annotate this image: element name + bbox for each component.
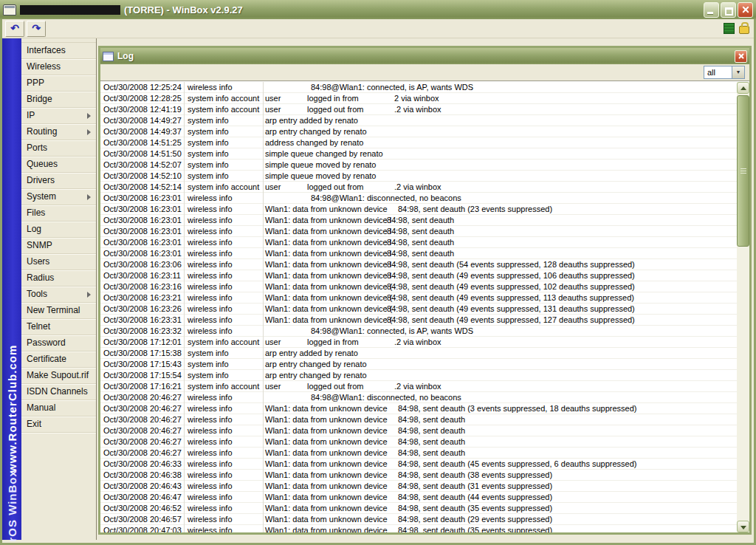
log-row[interactable]: Oct/30/2008 12:41:19system info accountu… [100, 104, 737, 115]
sidebar-item-new-terminal[interactable]: New Terminal [21, 303, 96, 319]
sidebar-item-users[interactable]: Users [21, 254, 96, 270]
log-row[interactable]: Oct/30/2008 16:23:01wireless info84:98@W… [100, 193, 737, 204]
log-row[interactable]: Oct/30/2008 16:23:01wireless infoWlan1: … [100, 226, 737, 237]
log-row[interactable]: Oct/30/2008 16:23:31wireless infoWlan1: … [100, 315, 737, 326]
log-row[interactable]: Oct/30/2008 16:23:32wireless info84:98@W… [100, 326, 737, 337]
sidebar-item-routing[interactable]: Routing [21, 124, 96, 140]
log-row[interactable]: Oct/30/2008 14:52:07system infosimple qu… [100, 160, 737, 171]
log-row[interactable]: Oct/30/2008 14:52:14system info accountu… [100, 182, 737, 193]
log-row[interactable]: Oct/30/2008 20:46:52wireless infoWlan1: … [100, 503, 737, 514]
log-topics-cell: wireless info [185, 315, 264, 326]
log-row[interactable]: Oct/30/2008 20:46:27wireless infoWlan1: … [100, 436, 737, 448]
sidebar-item-snmp[interactable]: SNMP [21, 238, 96, 254]
log-row[interactable]: Oct/30/2008 20:46:27wireless infoWlan1: … [100, 425, 737, 436]
log-window-title: Log [117, 51, 735, 61]
log-message-part: logged out from [307, 104, 363, 115]
restore-button[interactable] [721, 2, 736, 18]
minimize-button[interactable] [704, 2, 719, 18]
log-row[interactable]: Oct/30/2008 12:28:25system info accountu… [100, 93, 737, 104]
log-row[interactable]: Oct/30/2008 16:23:21wireless infoWlan1: … [100, 292, 737, 304]
log-message-part: Wlan1: data from unknown device ( [265, 315, 392, 326]
log-row[interactable]: Oct/30/2008 20:46:33wireless infoWlan1: … [100, 459, 737, 470]
log-row[interactable]: Oct/30/2008 20:46:43wireless infoWlan1: … [100, 481, 737, 492]
sidebar-item-ports[interactable]: Ports [21, 140, 96, 157]
log-time-cell: Oct/30/2008 16:23:32 [100, 326, 185, 337]
submenu-arrow-icon [87, 113, 91, 119]
undo-icon: ↶ [10, 22, 19, 34]
log-scrollbar[interactable] [737, 82, 749, 532]
log-row[interactable]: Oct/30/2008 16:23:01wireless infoWlan1: … [100, 248, 737, 259]
log-row[interactable]: Oct/30/2008 20:46:38wireless infoWlan1: … [100, 470, 737, 481]
sidebar-item-label: Drivers [27, 175, 55, 185]
scrollbar-thumb[interactable] [737, 95, 749, 247]
redo-button[interactable]: ↷ [27, 21, 46, 37]
dropdown-button[interactable]: ▼ [732, 66, 744, 78]
log-row[interactable]: Oct/30/2008 16:23:01wireless infoWlan1: … [100, 215, 737, 226]
sidebar-item-queues[interactable]: Queues [21, 157, 96, 173]
sidebar-item-wireless[interactable]: Wireless [21, 59, 96, 75]
scroll-up-button[interactable] [737, 82, 749, 94]
sidebar-item-isdn-channels[interactable]: ISDN Channels [21, 384, 96, 400]
log-row[interactable]: Oct/30/2008 17:15:43system infoarp entry… [100, 359, 737, 370]
log-message-cell: simple queue changed by renato [264, 148, 737, 160]
sidebar-item-ip[interactable]: IP [21, 108, 96, 124]
log-row[interactable]: Oct/30/2008 20:46:47wireless infoWlan1: … [100, 492, 737, 503]
log-time-cell: Oct/30/2008 14:51:50 [100, 148, 185, 160]
sidebar-item-bridge[interactable]: Bridge [21, 92, 96, 108]
log-time-cell: Oct/30/2008 17:15:54 [100, 370, 185, 381]
log-row[interactable]: Oct/30/2008 20:46:27wireless infoWlan1: … [100, 403, 737, 414]
secure-lock-icon [739, 26, 749, 34]
log-message-part: arp entry changed by renato [265, 370, 367, 381]
sidebar-item-drivers[interactable]: Drivers [21, 173, 96, 189]
log-topics-cell: system info [185, 115, 264, 126]
log-row[interactable]: Oct/30/2008 16:23:26wireless infoWlan1: … [100, 304, 737, 315]
log-row[interactable]: Oct/30/2008 20:46:27wireless info84:98@W… [100, 392, 737, 403]
log-row[interactable]: Oct/30/2008 16:23:11wireless infoWlan1: … [100, 270, 737, 281]
sidebar-item-system[interactable]: System [21, 189, 96, 205]
log-row[interactable]: Oct/30/2008 20:47:03wireless infoWlan1: … [100, 525, 737, 532]
sidebar-item-certificate[interactable]: Certificate [21, 352, 96, 368]
log-message-part: :84:98, sent deauth (54 events suppresse… [385, 259, 635, 270]
log-time-cell: Oct/30/2008 20:46:27 [100, 436, 185, 448]
submenu-arrow-icon [87, 292, 91, 298]
log-row[interactable]: Oct/30/2008 16:23:01wireless infoWlan1: … [100, 204, 737, 215]
log-row[interactable]: Oct/30/2008 14:51:25system infoaddress c… [100, 137, 737, 148]
sidebar-item-telnet[interactable]: Telnet [21, 319, 96, 335]
log-row[interactable]: Oct/30/2008 16:23:16wireless infoWlan1: … [100, 281, 737, 292]
sidebar-item-manual[interactable]: Manual [21, 400, 96, 417]
log-time-cell: Oct/30/2008 16:23:06 [100, 259, 185, 270]
undo-button[interactable]: ↶ [5, 21, 24, 37]
scroll-down-button[interactable] [737, 521, 749, 532]
log-row[interactable]: Oct/30/2008 14:49:37system infoarp entry… [100, 126, 737, 137]
log-message-part: 84:98@Wlan1: connected, is AP, wants WDS [311, 326, 473, 337]
log-row[interactable]: Oct/30/2008 17:15:38system infoarp entry… [100, 348, 737, 359]
log-row[interactable]: Oct/30/2008 20:46:57wireless infoWlan1: … [100, 514, 737, 525]
log-time-cell: Oct/30/2008 20:46:43 [100, 481, 185, 492]
sidebar-item-exit[interactable]: Exit [21, 417, 96, 433]
log-window-titlebar[interactable]: Log [100, 48, 749, 64]
sidebar-item-tools[interactable]: Tools [21, 287, 96, 303]
sidebar-item-ppp[interactable]: PPP [21, 75, 96, 92]
log-row[interactable]: Oct/30/2008 20:46:27wireless infoWlan1: … [100, 448, 737, 459]
log-row[interactable]: Oct/30/2008 17:15:54system infoarp entry… [100, 370, 737, 381]
log-row[interactable]: Oct/30/2008 17:16:21system info accountu… [100, 381, 737, 392]
log-row[interactable]: Oct/30/2008 14:51:50system infosimple qu… [100, 148, 737, 160]
log-row[interactable]: Oct/30/2008 16:23:06wireless infoWlan1: … [100, 259, 737, 270]
log-message-part: simple queue moved by renato [265, 171, 376, 182]
sidebar-item-password[interactable]: Password [21, 335, 96, 352]
log-row[interactable]: Oct/30/2008 14:49:27system infoarp entry… [100, 115, 737, 126]
log-row[interactable]: Oct/30/2008 14:52:10system infosimple qu… [100, 171, 737, 182]
log-close-button[interactable] [735, 50, 747, 63]
sidebar-item-interfaces[interactable]: Interfaces [21, 43, 96, 59]
log-row[interactable]: Oct/30/2008 17:12:01system info accountu… [100, 337, 737, 348]
log-message-cell: Wlan1: data from unknown device84:98, se… [264, 503, 737, 514]
log-filter-select[interactable]: all ▼ [704, 66, 745, 79]
sidebar-item-files[interactable]: Files [21, 205, 96, 222]
sidebar-item-log[interactable]: Log [21, 222, 96, 238]
log-row[interactable]: Oct/30/2008 12:25:24wireless info84:98@W… [100, 82, 737, 93]
log-row[interactable]: Oct/30/2008 20:46:27wireless infoWlan1: … [100, 414, 737, 425]
sidebar-item-radius[interactable]: Radius [21, 270, 96, 287]
log-row[interactable]: Oct/30/2008 16:23:01wireless infoWlan1: … [100, 237, 737, 248]
close-button[interactable] [738, 2, 753, 18]
sidebar-item-make-supout-rif[interactable]: Make Supout.rif [21, 368, 96, 384]
